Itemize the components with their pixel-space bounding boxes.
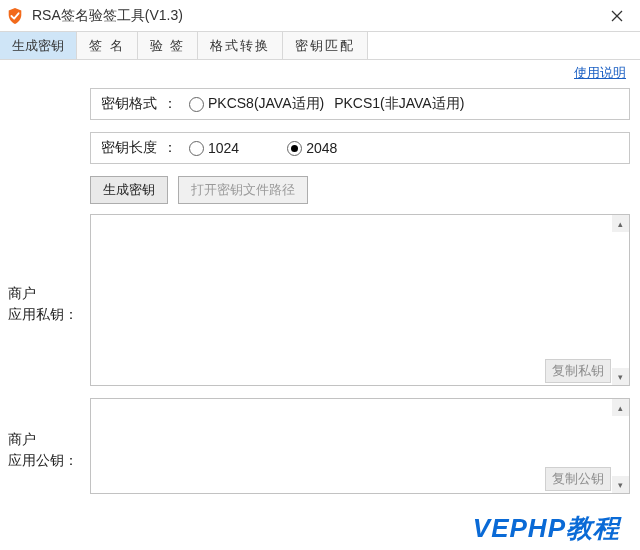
- private-key-textarea-wrap: ▴ ▾ 复制私钥: [90, 214, 630, 386]
- private-key-label-line1: 商户: [8, 285, 36, 301]
- open-key-path-button[interactable]: 打开密钥文件路径: [178, 176, 308, 204]
- private-key-scroll-up-icon[interactable]: ▴: [612, 215, 629, 232]
- app-shield-icon: [6, 7, 24, 25]
- generate-key-button[interactable]: 生成密钥: [90, 176, 168, 204]
- tab-bar: 生成密钥 签 名 验 签 格式转换 密钥匹配: [0, 32, 640, 60]
- radio-1024[interactable]: [189, 141, 204, 156]
- public-key-label: 商户 应用公钥：: [8, 429, 88, 471]
- content-area: 密钥格式 ： PKCS8(JAVA适用) PKCS1(非JAVA适用) 密钥长度…: [0, 88, 640, 494]
- private-key-scroll-down-icon[interactable]: ▾: [612, 368, 629, 385]
- help-link[interactable]: 使用说明: [574, 65, 626, 80]
- key-length-label: 密钥长度: [101, 139, 157, 157]
- tab-verify[interactable]: 验 签: [138, 32, 199, 59]
- tab-match[interactable]: 密钥匹配: [283, 32, 368, 59]
- window: RSA签名验签工具(V1.3) 生成密钥 签 名 验 签 格式转换 密钥匹配 使…: [0, 0, 640, 550]
- key-length-row: 密钥长度 ： 1024 2048: [90, 132, 630, 164]
- radio-1024-label: 1024: [208, 140, 239, 156]
- key-format-label: 密钥格式: [101, 95, 157, 113]
- tab-convert[interactable]: 格式转换: [198, 32, 283, 59]
- public-key-group: 商户 应用公钥： ▴ ▾ 复制公钥: [90, 398, 630, 494]
- radio-2048[interactable]: [287, 141, 302, 156]
- copy-private-key-button[interactable]: 复制私钥: [545, 359, 611, 383]
- window-title: RSA签名验签工具(V1.3): [32, 7, 594, 25]
- public-key-scroll-down-icon[interactable]: ▾: [612, 476, 629, 493]
- key-length-colon: ：: [163, 139, 177, 157]
- tab-sign[interactable]: 签 名: [77, 32, 138, 59]
- copy-public-key-button[interactable]: 复制公钥: [545, 467, 611, 491]
- radio-pkcs8-label: PKCS8(JAVA适用): [208, 95, 324, 113]
- button-row: 生成密钥 打开密钥文件路径: [90, 176, 630, 204]
- key-format-colon: ：: [163, 95, 177, 113]
- tab-generate-key[interactable]: 生成密钥: [0, 32, 77, 59]
- watermark-text: VEPHP教程: [473, 511, 620, 546]
- public-key-scroll-up-icon[interactable]: ▴: [612, 399, 629, 416]
- public-key-label-line2: 应用公钥：: [8, 452, 78, 468]
- public-key-textarea-wrap: ▴ ▾ 复制公钥: [90, 398, 630, 494]
- key-format-row: 密钥格式 ： PKCS8(JAVA适用) PKCS1(非JAVA适用): [90, 88, 630, 120]
- close-icon: [611, 10, 623, 22]
- private-key-group: 商户 应用私钥： ▴ ▾ 复制私钥: [90, 214, 630, 386]
- radio-pkcs1-label: PKCS1(非JAVA适用): [334, 95, 464, 113]
- radio-pkcs8[interactable]: [189, 97, 204, 112]
- help-row: 使用说明: [0, 60, 640, 88]
- radio-2048-label: 2048: [306, 140, 337, 156]
- private-key-label-line2: 应用私钥：: [8, 306, 78, 322]
- titlebar: RSA签名验签工具(V1.3): [0, 0, 640, 32]
- close-button[interactable]: [594, 0, 640, 32]
- public-key-label-line1: 商户: [8, 431, 36, 447]
- private-key-label: 商户 应用私钥：: [8, 283, 88, 325]
